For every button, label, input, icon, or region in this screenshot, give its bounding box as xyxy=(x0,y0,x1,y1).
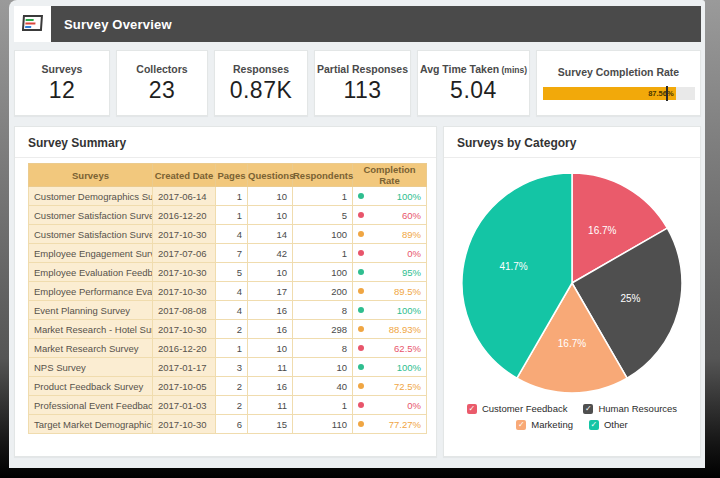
gauge-needle xyxy=(666,86,668,101)
questions-cell: 10 xyxy=(248,263,293,282)
questions-cell: 16 xyxy=(248,301,293,320)
completion-rate-cell: 100% xyxy=(353,358,427,377)
kpi-card-partial-responses[interactable]: Partial Responses113 xyxy=(314,50,411,116)
table-row[interactable]: Employee Performance Evaluation2017-10-3… xyxy=(29,282,427,301)
completion-rate-gauge: 87.56% xyxy=(543,87,695,100)
survey-summary-panel: Survey Summary SurveysCreated DatePagesQ… xyxy=(14,126,437,457)
status-dot xyxy=(358,383,364,389)
completion-rate-value: 100% xyxy=(397,191,421,202)
kpi-value: 12 xyxy=(49,77,76,104)
questions-cell: 10 xyxy=(248,187,293,206)
status-dot xyxy=(358,345,364,351)
table-row[interactable]: Professional Event Feedback2017-01-03211… xyxy=(29,396,427,415)
status-dot xyxy=(358,326,364,332)
kpi-card-collectors[interactable]: Collectors23 xyxy=(116,50,208,116)
status-dot xyxy=(358,231,364,237)
legend-item-marketing[interactable]: ✓Marketing xyxy=(516,419,573,430)
table-row[interactable]: Target Market Demographics2017-10-306151… xyxy=(29,415,427,434)
completion-rate-cell: 0% xyxy=(353,244,427,263)
respondents-cell: 100 xyxy=(293,263,353,282)
table-header-row: SurveysCreated DatePagesQuestionsRespond… xyxy=(29,164,427,187)
respondents-cell: 8 xyxy=(293,339,353,358)
respondents-cell: 10 xyxy=(293,358,353,377)
questions-cell: 16 xyxy=(248,377,293,396)
completion-rate-value: 60% xyxy=(402,210,421,221)
survey-summary-title: Survey Summary xyxy=(15,127,436,158)
completion-rate-cell: 89% xyxy=(353,225,427,244)
completion-rate-cell: 0% xyxy=(353,396,427,415)
respondents-cell: 298 xyxy=(293,320,353,339)
column-header[interactable]: Created Date xyxy=(153,164,216,187)
survey-name-cell: Customer Satisfaction Survey-II xyxy=(29,225,153,244)
kpi-value: 0.87K xyxy=(230,77,293,104)
table-row[interactable]: Event Planning Survey2017-08-084168100% xyxy=(29,301,427,320)
legend-swatch: ✓ xyxy=(589,420,599,430)
survey-name-cell: Market Research Survey xyxy=(29,339,153,358)
questions-cell: 10 xyxy=(248,206,293,225)
kpi-label: Survey Completion Rate xyxy=(558,66,679,78)
completion-rate-value: 0% xyxy=(407,400,421,411)
table-row[interactable]: Customer Satisfaction Survey-II2017-10-3… xyxy=(29,225,427,244)
column-header[interactable]: Respondents xyxy=(293,164,353,187)
respondents-cell: 1 xyxy=(293,396,353,415)
legend-swatch: ✓ xyxy=(583,404,593,414)
questions-cell: 11 xyxy=(248,358,293,377)
completion-rate-cell: 100% xyxy=(353,301,427,320)
kpi-card-survey-completion-rate[interactable]: Survey Completion Rate87.56% xyxy=(536,50,701,116)
respondents-cell: 110 xyxy=(293,415,353,434)
kpi-card-responses[interactable]: Responses0.87K xyxy=(214,50,308,116)
table-row[interactable]: Employee Evaluation Feedback2017-10-3051… xyxy=(29,263,427,282)
pie-slice-label: 41.7% xyxy=(499,261,527,272)
status-dot xyxy=(358,269,364,275)
completion-rate-cell: 72.5% xyxy=(353,377,427,396)
table-row[interactable]: Customer Demographics Survey2017-06-1411… xyxy=(29,187,427,206)
pages-cell: 1 xyxy=(216,339,248,358)
app-window: Survey Overview Surveys12Collectors23Res… xyxy=(9,0,705,468)
questions-cell: 16 xyxy=(248,320,293,339)
kpi-value: 23 xyxy=(149,77,176,104)
created-date-cell: 2017-01-03 xyxy=(153,396,216,415)
legend-label: Customer Feedback xyxy=(482,403,568,414)
completion-rate-value: 77.27% xyxy=(389,419,421,430)
survey-name-cell: NPS Survey xyxy=(29,358,153,377)
pages-cell: 5 xyxy=(216,263,248,282)
respondents-cell: 100 xyxy=(293,225,353,244)
column-header[interactable]: Questions xyxy=(248,164,293,187)
kpi-card-surveys[interactable]: Surveys12 xyxy=(14,50,110,116)
questions-cell: 11 xyxy=(248,396,293,415)
table-row[interactable]: NPS Survey2017-01-1731110100% xyxy=(29,358,427,377)
table-row[interactable]: Market Research Survey2016-12-20110862.5… xyxy=(29,339,427,358)
pie-slice-label: 16.7% xyxy=(558,338,586,349)
created-date-cell: 2017-10-30 xyxy=(153,263,216,282)
survey-name-cell: Employee Evaluation Feedback xyxy=(29,263,153,282)
table-row[interactable]: Market Research - Hotel Survey2017-10-30… xyxy=(29,320,427,339)
column-header[interactable]: Surveys xyxy=(29,164,153,187)
kpi-card-avg-time-taken[interactable]: Avg Time Taken (mins)5.04 xyxy=(417,50,530,116)
surveys-by-category-title: Surveys by Category xyxy=(444,127,700,158)
created-date-cell: 2017-10-30 xyxy=(153,282,216,301)
legend-label: Marketing xyxy=(531,419,573,430)
table-row[interactable]: Employee Engagement Survey2017-07-067421… xyxy=(29,244,427,263)
completion-rate-cell: 89.5% xyxy=(353,282,427,301)
survey-name-cell: Professional Event Feedback xyxy=(29,396,153,415)
main-content: Survey Summary SurveysCreated DatePagesQ… xyxy=(14,126,701,457)
legend-item-other[interactable]: ✓Other xyxy=(589,419,628,430)
page-title: Survey Overview xyxy=(64,17,172,32)
pie-chart: 16.7%25%16.7%41.7% xyxy=(444,169,700,397)
status-dot xyxy=(358,421,364,427)
table-row[interactable]: Customer Satisfaction Survey2016-12-2011… xyxy=(29,206,427,225)
survey-name-cell: Customer Satisfaction Survey xyxy=(29,206,153,225)
created-date-cell: 2016-12-20 xyxy=(153,339,216,358)
kpi-label: Collectors xyxy=(136,63,187,75)
table-row[interactable]: Product Feedback Survey2017-10-052164072… xyxy=(29,377,427,396)
column-header[interactable]: Completion Rate xyxy=(353,164,427,187)
completion-rate-value: 100% xyxy=(397,362,421,373)
column-header[interactable]: Pages xyxy=(216,164,248,187)
completion-rate-value: 0% xyxy=(407,248,421,259)
kpi-value: 113 xyxy=(343,77,381,104)
legend-item-customer-feedback[interactable]: ✓Customer Feedback xyxy=(467,403,568,414)
completion-rate-value: 62.5% xyxy=(394,343,421,354)
legend-item-human-resources[interactable]: ✓Human Resources xyxy=(583,403,677,414)
gauge-fill: 87.56% xyxy=(543,87,676,100)
questions-cell: 14 xyxy=(248,225,293,244)
